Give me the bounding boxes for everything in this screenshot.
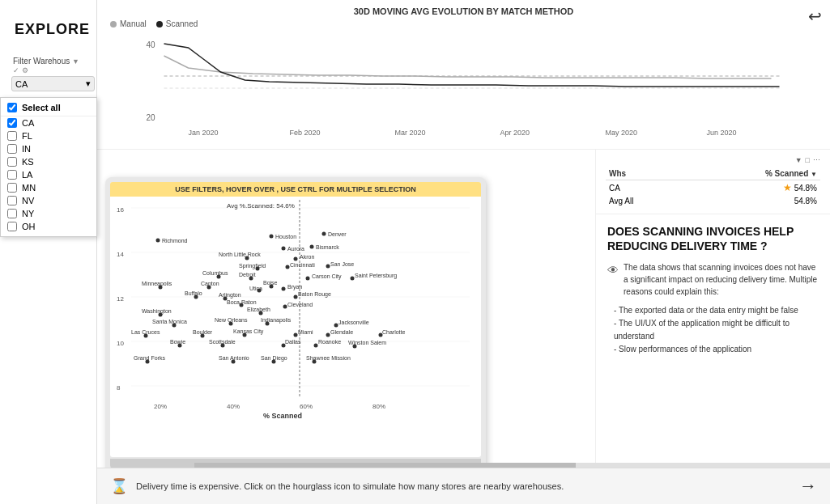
eye-icon: 👁 [607, 262, 619, 279]
filter-icon-2[interactable]: □ [806, 156, 810, 164]
svg-text:Canton: Canton [201, 281, 219, 286]
svg-text:Detroit: Detroit [239, 272, 256, 277]
svg-text:12: 12 [117, 295, 124, 303]
svg-text:Mar 2020: Mar 2020 [395, 129, 426, 137]
scatter-svg: 16 14 12 10 8 [113, 200, 478, 418]
dropdown-item-mn[interactable]: MN [1, 181, 96, 194]
scanned-dot [156, 21, 163, 28]
svg-point-36 [270, 235, 274, 239]
svg-text:Houston: Houston [275, 234, 296, 239]
right-bottom: DOES SCANNING INVOICES HELP REDUCING DEL… [596, 214, 830, 504]
dropdown-item-nv[interactable]: NV [1, 194, 96, 207]
whs-cell-ca: CA [606, 180, 680, 196]
scatter-chart: 16 14 12 10 8 [110, 197, 481, 431]
svg-text:Elizabeth: Elizabeth [247, 307, 270, 312]
svg-text:Minneapolis: Minneapolis [142, 281, 172, 287]
svg-text:Shawnee Mission: Shawnee Mission [306, 355, 351, 361]
svg-text:8: 8 [117, 384, 121, 392]
svg-text:Boulder: Boulder [193, 329, 213, 335]
svg-text:Glendale: Glendale [330, 329, 353, 335]
chart-area: 40 20 Jan 2020 Feb 2020 Mar 2020 Apr 202… [110, 32, 817, 137]
svg-point-76 [294, 295, 298, 299]
dropdown-item-in[interactable]: IN [1, 142, 96, 155]
app-title: EXPLORE [15, 21, 90, 38]
manual-dot [110, 21, 117, 28]
filter-icon-1[interactable]: ▼ [795, 156, 802, 164]
svg-text:Columbus: Columbus [202, 270, 228, 276]
laptop-container: USE FILTERS, HOVER OVER , USE CTRL FOR M… [97, 150, 595, 504]
main-container: EXPLORE Filter Warehous ▼ ✓ ⚙ CA ▾ Selec… [0, 0, 830, 504]
star-icon: ★ [783, 182, 792, 193]
svg-point-100 [294, 333, 298, 337]
ca-dropdown[interactable]: CA ▾ [11, 76, 95, 91]
svg-text:Boise: Boise [263, 280, 278, 286]
in-checkbox[interactable] [7, 144, 17, 154]
pct-scanned-col-header: % Scanned ▼ [680, 167, 820, 180]
oh-checkbox[interactable] [7, 222, 17, 231]
svg-point-58 [306, 277, 310, 281]
dropdown-select-all[interactable]: Select all [1, 101, 96, 116]
svg-text:Boca Raton: Boca Raton [227, 299, 257, 305]
dropdown-item-fl[interactable]: FL [1, 129, 96, 142]
scatter-filter-bar: USE FILTERS, HOVER OVER , USE CTRL FOR M… [110, 182, 481, 197]
table-row: CA ★ 54.8% [606, 180, 820, 196]
svg-text:Aurora: Aurora [287, 246, 304, 252]
svg-text:North Little Rock: North Little Rock [219, 252, 261, 257]
svg-text:San Diego: San Diego [261, 355, 287, 362]
chart-title: 30D MOVING AVG EVOLUTION BY MATCH METHOD [110, 6, 817, 16]
svg-point-42 [310, 245, 314, 249]
nv-checkbox[interactable] [7, 196, 17, 205]
svg-text:Saint Petersburg: Saint Petersburg [355, 273, 397, 279]
ny-checkbox[interactable] [7, 209, 17, 218]
svg-text:Arlington: Arlington [219, 292, 241, 299]
dropdown-item-oh[interactable]: OH [1, 220, 96, 233]
svg-text:80%: 80% [372, 403, 385, 410]
svg-text:Avg %.Scanned: 54.6%: Avg %.Scanned: 54.6% [227, 202, 295, 210]
laptop-screen: USE FILTERS, HOVER OVER , USE CTRL FOR M… [110, 182, 481, 457]
svg-text:Bryan: Bryan [287, 284, 302, 290]
la-checkbox[interactable] [7, 170, 17, 180]
svg-text:Scottsdale: Scottsdale [209, 339, 236, 345]
insight-bullets: - The exported data or the data entry mi… [607, 304, 819, 356]
ks-checkbox[interactable] [7, 157, 17, 167]
back-button[interactable]: ↩ [808, 6, 822, 26]
chart-svg: 40 20 Jan 2020 Feb 2020 Mar 2020 Apr 202… [110, 32, 817, 137]
svg-text:Jun 2020: Jun 2020 [707, 129, 737, 137]
svg-text:Kansas City: Kansas City [233, 328, 264, 335]
svg-text:Jan 2020: Jan 2020 [189, 129, 219, 137]
fl-checkbox[interactable] [7, 131, 17, 141]
svg-text:San Antonio: San Antonio [219, 355, 249, 361]
svg-text:Richmond: Richmond [162, 238, 188, 244]
svg-point-50 [286, 265, 290, 269]
dropdown-item-ca[interactable]: CA [1, 116, 96, 129]
select-all-checkbox[interactable] [7, 103, 17, 112]
hourglass-icon[interactable]: ⌛ [110, 477, 128, 495]
dropdown-item-la[interactable]: LA [1, 168, 96, 181]
bottom-text: Delivery time is expensive. Click on the… [136, 481, 791, 491]
filter-icon-3[interactable]: ⋯ [813, 156, 820, 164]
svg-text:Carson City: Carson City [312, 273, 342, 280]
nav-next-button[interactable]: → [799, 476, 817, 497]
ca-chevron: ▾ [86, 78, 91, 89]
dropdown-item-ks[interactable]: KS [1, 155, 96, 168]
pct-cell-avgall: 54.8% [680, 195, 820, 207]
middle-section: USE FILTERS, HOVER OVER , USE CTRL FOR M… [97, 150, 830, 504]
svg-point-38 [322, 232, 326, 236]
svg-text:Cincinnati: Cincinnati [290, 262, 315, 268]
svg-text:Buffalo: Buffalo [185, 290, 202, 296]
svg-text:Utica: Utica [249, 286, 262, 291]
svg-text:Jacksonville: Jacksonville [338, 320, 369, 325]
svg-text:40: 40 [147, 40, 156, 49]
table-row: Avg All 54.8% [606, 195, 820, 207]
ca-checkbox[interactable] [7, 118, 17, 128]
svg-text:Santa Monica: Santa Monica [152, 319, 187, 324]
laptop-frame: USE FILTERS, HOVER OVER , USE CTRL FOR M… [105, 177, 486, 476]
svg-text:40%: 40% [227, 403, 240, 410]
pct-cell-ca: ★ 54.8% [680, 180, 820, 196]
ca-value: CA [15, 79, 28, 89]
svg-text:Cleveland: Cleveland [287, 302, 313, 307]
dropdown-item-ny[interactable]: NY [1, 207, 96, 220]
svg-text:Charlotte: Charlotte [382, 329, 406, 335]
mn-checkbox[interactable] [7, 183, 17, 193]
svg-text:Springfield: Springfield [239, 263, 266, 269]
